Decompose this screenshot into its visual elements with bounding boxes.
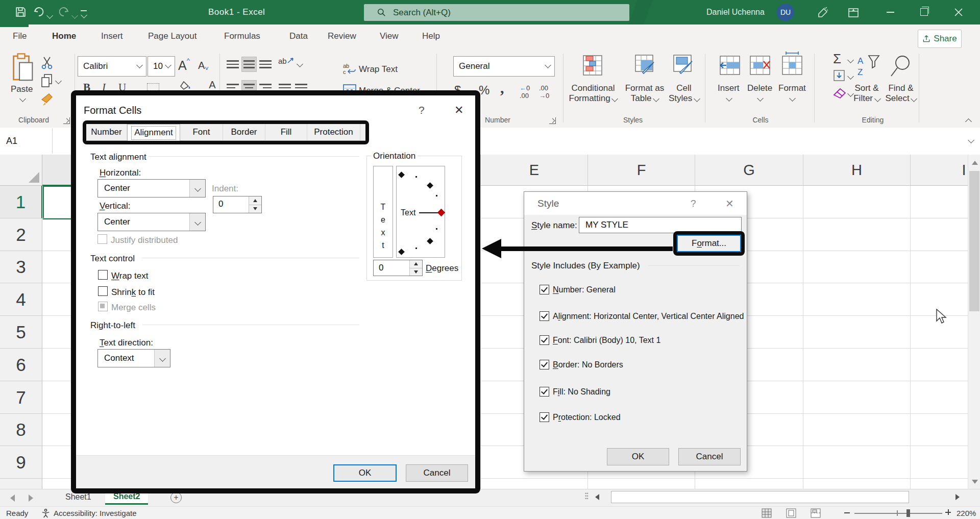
insert-cells-icon[interactable]: [718, 55, 741, 76]
alignment-checkbox[interactable]: [540, 311, 549, 321]
insert-label[interactable]: Insert: [718, 83, 740, 93]
tab-fill[interactable]: Fill: [265, 124, 307, 141]
paste-dropdown[interactable]: [19, 95, 26, 102]
zoom-in-icon[interactable]: [945, 509, 951, 515]
clear-icon[interactable]: [832, 87, 846, 100]
degrees-down-icon[interactable]: [410, 268, 422, 276]
percent-icon[interactable]: %: [479, 83, 489, 97]
text-direction-combo[interactable]: Context: [97, 349, 170, 367]
indent-down-icon[interactable]: [249, 205, 261, 213]
cut-icon[interactable]: [41, 56, 53, 69]
tab-help[interactable]: Help: [422, 31, 440, 41]
align-middle-icon[interactable]: [241, 57, 257, 72]
cell-styles-label[interactable]: CellStyles: [665, 83, 703, 104]
zoom-out-icon[interactable]: [844, 512, 850, 513]
search-box[interactable]: Search (Alt+Q): [364, 4, 629, 21]
format-cells-cancel-button[interactable]: Cancel: [406, 464, 468, 482]
customize-qat-chevron[interactable]: [81, 12, 87, 18]
tab-formulas[interactable]: Formulas: [224, 31, 260, 41]
hscroll-left-icon[interactable]: [595, 494, 599, 500]
ribbon-display-options-icon[interactable]: [847, 7, 860, 19]
find-select-icon[interactable]: [889, 55, 913, 78]
format-painter-icon[interactable]: [40, 92, 54, 107]
selected-cell-A1[interactable]: [43, 186, 71, 219]
style-ok-button[interactable]: OK: [607, 448, 669, 465]
close-button[interactable]: [954, 8, 963, 17]
degrees-up-icon[interactable]: [410, 260, 422, 268]
number-format-combo[interactable]: General: [453, 56, 555, 77]
column-header-A[interactable]: [42, 155, 71, 186]
name-box[interactable]: A1: [0, 128, 53, 154]
number-launcher-icon[interactable]: [549, 117, 556, 124]
redo-dropdown-icon[interactable]: [71, 12, 78, 19]
number-checkbox[interactable]: [540, 285, 549, 294]
scroll-down-icon[interactable]: [972, 480, 978, 484]
font-item-label[interactable]: Font: Calibri (Body) 10, Text 1: [553, 336, 660, 345]
protection-item-label[interactable]: Protection: Locked: [553, 413, 621, 422]
column-header-I[interactable]: I: [910, 155, 968, 186]
format-as-table-label[interactable]: Format asTable: [623, 83, 667, 104]
vertical-combo[interactable]: Center: [97, 213, 206, 231]
format-as-table-icon[interactable]: [634, 54, 656, 77]
undo-dropdown-icon[interactable]: [46, 12, 53, 19]
horizontal-scroll-thumb[interactable]: [611, 491, 909, 503]
border-item-label[interactable]: Border: No Borders: [553, 360, 623, 369]
coming-soon-icon[interactable]: [817, 7, 829, 19]
orientation-dropdown[interactable]: [297, 61, 303, 67]
insert-dropdown[interactable]: [726, 95, 732, 102]
row-header-1[interactable]: 1: [0, 186, 42, 218]
format-dropdown[interactable]: [789, 95, 796, 102]
dial-marker-45deg[interactable]: [427, 182, 433, 189]
indent-up-icon[interactable]: [249, 196, 261, 205]
column-header-G[interactable]: G: [695, 155, 803, 186]
tab-alignment[interactable]: Alignment: [127, 124, 180, 141]
column-header-E[interactable]: E: [480, 155, 587, 186]
status-accessibility[interactable]: Accessibility: Investigate: [54, 509, 137, 517]
border-checkbox[interactable]: [540, 360, 549, 369]
protection-checkbox[interactable]: [540, 412, 549, 422]
copy-icon[interactable]: [41, 74, 53, 87]
wrap-text-checkbox[interactable]: [98, 270, 108, 280]
fill-dropdown[interactable]: [847, 73, 854, 80]
avatar[interactable]: DU: [777, 4, 794, 21]
decrease-font-icon[interactable]: A˅: [198, 60, 209, 72]
zoom-slider-track[interactable]: [854, 513, 942, 514]
view-normal-icon[interactable]: [762, 508, 772, 518]
row-header-4[interactable]: 4: [0, 283, 42, 316]
row-header-8[interactable]: 8: [0, 414, 42, 446]
zoom-slider-knob[interactable]: [906, 509, 910, 517]
row-header-2[interactable]: 2: [0, 218, 42, 251]
view-page-break-icon[interactable]: [811, 508, 821, 518]
paste-label[interactable]: Paste: [11, 84, 33, 94]
sort-filter-icon[interactable]: AZ: [856, 55, 883, 78]
sheet-prev-icon[interactable]: [10, 495, 15, 502]
increase-decimal-icon[interactable]: ←0.00: [520, 84, 530, 100]
vertical-scroll-thumb[interactable]: [969, 171, 979, 311]
undo-icon[interactable]: [33, 6, 45, 18]
decrease-decimal-icon[interactable]: .00→0: [539, 84, 549, 100]
vertical-scrollbar[interactable]: [968, 155, 980, 489]
view-page-layout-icon[interactable]: [786, 508, 796, 518]
alignment-item-label[interactable]: Alignment: Horizontal Center, Vertical C…: [553, 312, 744, 321]
autosum-dropdown[interactable]: [847, 57, 854, 63]
sheet-next-icon[interactable]: [29, 495, 33, 502]
user-name[interactable]: Daniel Uchenna: [706, 8, 765, 17]
dial-marker-minus45deg[interactable]: [427, 238, 433, 244]
save-icon[interactable]: [14, 6, 27, 18]
dial-marker-0deg[interactable]: [437, 209, 446, 217]
style-cancel-button[interactable]: Cancel: [678, 448, 741, 465]
accessibility-icon[interactable]: [41, 508, 51, 518]
paste-icon[interactable]: [11, 53, 35, 83]
fill-checkbox[interactable]: [540, 387, 549, 397]
shrink-to-fit-label[interactable]: Shrink to fit: [111, 287, 155, 298]
delete-dropdown[interactable]: [757, 95, 764, 102]
autosum-icon[interactable]: Σ: [833, 51, 841, 67]
wrap-text-icon[interactable]: abc: [343, 63, 356, 75]
comma-icon[interactable]: ,: [500, 79, 504, 96]
degrees-spinner[interactable]: 0: [373, 260, 423, 276]
dial-marker-90deg[interactable]: [398, 171, 405, 178]
zoom-level[interactable]: 220%: [957, 509, 976, 517]
minimize-button[interactable]: [887, 12, 894, 13]
sort-filter-label[interactable]: Sort &Filter: [851, 83, 882, 104]
tab-insert[interactable]: Insert: [101, 31, 123, 41]
